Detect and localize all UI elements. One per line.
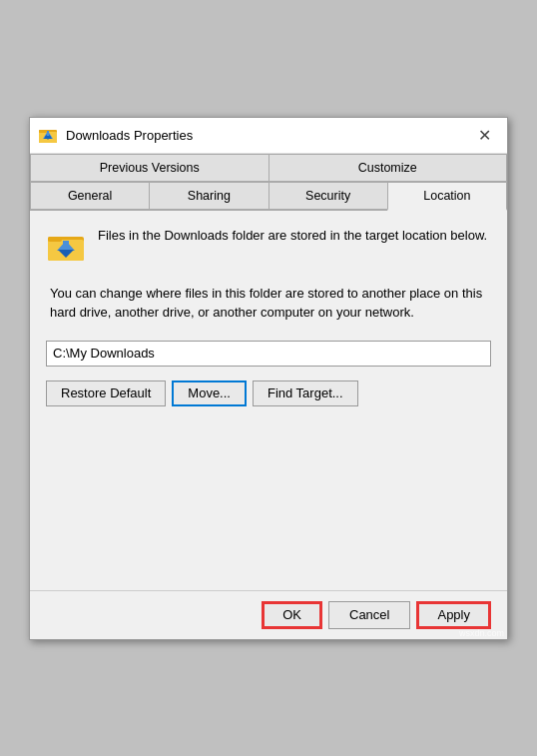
folder-icon-container bbox=[46, 227, 86, 266]
tab-sharing[interactable]: Sharing bbox=[149, 182, 268, 209]
info-section: Files in the Downloads folder are stored… bbox=[46, 227, 491, 266]
tab-location[interactable]: Location bbox=[387, 182, 507, 211]
action-buttons: Restore Default Move... Find Target... bbox=[46, 380, 491, 406]
tab-customize[interactable]: Customize bbox=[268, 154, 508, 181]
apply-button[interactable]: Apply bbox=[416, 601, 491, 629]
title-bar-text: Downloads Properties bbox=[66, 128, 469, 143]
svg-rect-11 bbox=[63, 241, 69, 251]
move-button[interactable]: Move... bbox=[172, 380, 247, 406]
restore-default-button[interactable]: Restore Default bbox=[46, 380, 166, 406]
tab-security[interactable]: Security bbox=[268, 182, 388, 209]
tab-content: Files in the Downloads folder are stored… bbox=[30, 211, 507, 590]
tab-previous-versions[interactable]: Previous Versions bbox=[30, 154, 269, 181]
downloads-folder-icon bbox=[46, 227, 86, 263]
description-section: You can change where files in this folde… bbox=[46, 284, 491, 323]
cancel-button[interactable]: Cancel bbox=[328, 601, 410, 629]
close-button[interactable]: ✕ bbox=[469, 122, 499, 148]
svg-rect-9 bbox=[48, 237, 62, 242]
tabs-row1: Previous Versions Customize bbox=[30, 154, 507, 182]
folder-title-icon bbox=[38, 125, 58, 145]
title-bar: Downloads Properties ✕ bbox=[30, 118, 507, 154]
find-target-button[interactable]: Find Target... bbox=[253, 380, 358, 406]
info-text: Files in the Downloads folder are stored… bbox=[98, 227, 487, 245]
tab-general[interactable]: General bbox=[30, 182, 150, 209]
path-input[interactable] bbox=[46, 341, 491, 367]
bottom-bar: OK Cancel Apply bbox=[30, 590, 507, 639]
ok-button[interactable]: OK bbox=[262, 601, 322, 629]
svg-rect-2 bbox=[39, 130, 47, 133]
dialog-window: Downloads Properties ✕ Previous Versions… bbox=[29, 117, 508, 640]
tabs-row2: General Sharing Security Location bbox=[30, 182, 507, 211]
